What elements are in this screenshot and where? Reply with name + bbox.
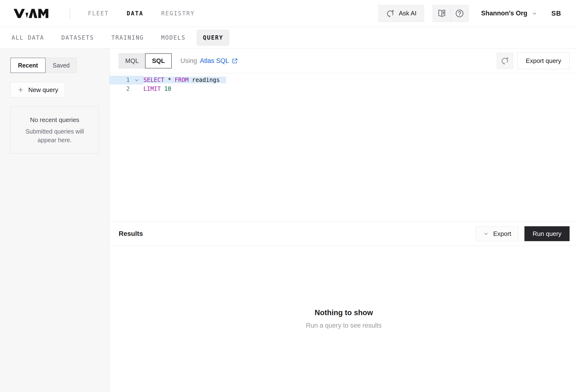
tab-training[interactable]: TRAINING <box>111 34 144 41</box>
docs-button[interactable] <box>433 5 451 22</box>
ai-sparkle-icon <box>500 56 510 65</box>
help-icon <box>455 8 465 18</box>
tab-models[interactable]: MODELS <box>161 34 186 41</box>
query-editor-pane: MQL SQL Using Atlas SQL <box>109 49 578 392</box>
empty-state-title: No recent queries <box>30 116 79 124</box>
atlas-sql-link-label: Atlas SQL <box>200 57 229 65</box>
using-atlas-sql: Using Atlas SQL <box>180 57 238 65</box>
results-empty-subtitle: Run a query to see results <box>306 322 382 329</box>
mql-tab[interactable]: MQL <box>119 53 145 68</box>
query-sidebar: Recent Saved New query No recent queries… <box>0 49 109 392</box>
atlas-sql-link[interactable]: Atlas SQL <box>200 57 238 65</box>
sql-tab[interactable]: SQL <box>145 53 172 68</box>
results-actions: Export Run query <box>476 226 570 241</box>
using-label: Using <box>180 57 197 65</box>
query-language-toggle: MQL SQL <box>119 53 172 68</box>
results-toolbar: Results Export Run query <box>109 221 578 246</box>
org-name: Shannon's Org <box>481 10 527 17</box>
tab-recent[interactable]: Recent <box>10 58 46 73</box>
header-actions: Ask AI <box>378 5 561 22</box>
code-line[interactable]: 1SELECT * FROM readings <box>109 76 578 85</box>
export-query-button[interactable]: Export query <box>518 52 570 69</box>
chevron-down-icon <box>483 231 489 237</box>
nav-registry[interactable]: REGISTRY <box>161 10 195 17</box>
new-query-button[interactable]: New query <box>10 82 65 98</box>
user-avatar[interactable]: SB <box>551 10 561 17</box>
code-text: SELECT * FROM readings <box>144 76 226 85</box>
query-list-tabs: Recent Saved <box>10 58 99 73</box>
tab-datasets[interactable]: DATASETS <box>61 34 94 41</box>
help-icon-group <box>433 5 469 22</box>
new-query-label: New query <box>28 86 58 94</box>
brand <box>13 8 70 19</box>
primary-nav: FLEET DATA REGISTRY <box>88 10 195 17</box>
export-results-label: Export <box>493 230 511 238</box>
tab-saved[interactable]: Saved <box>46 58 77 73</box>
results-empty-state: Nothing to show Run a query to see resul… <box>109 246 578 392</box>
ask-ai-button[interactable]: Ask AI <box>378 5 424 22</box>
line-number: 2 <box>109 85 130 94</box>
tab-query[interactable]: QUERY <box>196 30 229 46</box>
content-area: Recent Saved New query No recent queries… <box>0 49 578 392</box>
sql-code-editor[interactable]: 1SELECT * FROM readings2LIMIT 10 <box>109 73 578 221</box>
code-line[interactable]: 2LIMIT 10 <box>109 85 578 94</box>
regenerate-query-button[interactable] <box>497 52 513 69</box>
fold-gutter-spacer <box>130 85 144 94</box>
results-empty-title: Nothing to show <box>315 308 373 317</box>
results-title: Results <box>119 230 143 238</box>
ai-sparkle-icon <box>386 9 395 18</box>
nav-data[interactable]: DATA <box>127 10 144 17</box>
chevron-down-icon <box>532 10 537 16</box>
header-divider <box>70 8 70 19</box>
code-lines: 1SELECT * FROM readings2LIMIT 10 <box>109 76 578 94</box>
viam-logo[interactable] <box>13 9 49 18</box>
line-number: 1 <box>109 76 130 85</box>
org-switcher[interactable]: Shannon's Org <box>481 10 537 17</box>
book-icon <box>437 8 447 18</box>
data-subnav: ALL DATA DATASETS TRAINING MODELS QUERY <box>0 27 578 49</box>
nav-fleet[interactable]: FLEET <box>88 10 109 17</box>
external-link-icon <box>232 58 238 64</box>
export-results-button[interactable]: Export <box>476 226 519 241</box>
ask-ai-label: Ask AI <box>399 10 417 17</box>
app-root: FLEET DATA REGISTRY Ask AI <box>0 0 578 392</box>
tab-all-data[interactable]: ALL DATA <box>11 34 44 41</box>
run-query-button[interactable]: Run query <box>525 226 570 241</box>
empty-state-subtitle: Submitted queries will appear here. <box>21 127 89 144</box>
recent-queries-empty-state: No recent queries Submitted queries will… <box>10 107 99 154</box>
plus-icon <box>17 87 24 93</box>
help-button[interactable] <box>451 5 469 22</box>
top-header: FLEET DATA REGISTRY Ask AI <box>0 0 578 27</box>
code-text: LIMIT 10 <box>144 85 171 94</box>
fold-chevron-icon[interactable] <box>130 76 144 85</box>
editor-toolbar-actions: Export query <box>497 52 570 69</box>
editor-toolbar: MQL SQL Using Atlas SQL <box>109 49 578 73</box>
